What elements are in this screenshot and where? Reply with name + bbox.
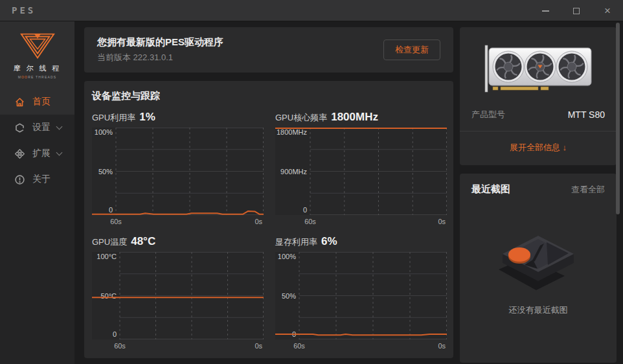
product-model-label: 产品型号 bbox=[471, 109, 505, 120]
sidebar: 摩 尔 线 程 MOORE THREADS 首页 设置 bbox=[0, 21, 74, 364]
empty-screenshots-text: 还没有最近截图 bbox=[471, 304, 605, 316]
sidebar-item-label: 首页 bbox=[32, 96, 51, 108]
chart-current-value: 1800MHz bbox=[331, 111, 378, 124]
svg-text:50%: 50% bbox=[282, 292, 296, 300]
svg-text:50°C: 50°C bbox=[100, 292, 117, 300]
gpu-core-frequency-plot: 1800MHz900MHz060s0s bbox=[275, 128, 447, 226]
gpu-temperature-plot: 100°C50°C060s0s bbox=[92, 252, 264, 350]
sidebar-item-settings[interactable]: 设置 bbox=[0, 115, 74, 141]
svg-text:0s: 0s bbox=[255, 342, 262, 350]
app-window: PES × 摩 尔 线 程 MOORE THREADS bbox=[0, 0, 623, 364]
svg-text:0s: 0s bbox=[438, 342, 446, 350]
home-icon bbox=[14, 97, 25, 108]
sidebar-item-about[interactable]: 关于 bbox=[0, 166, 74, 192]
product-model-value: MTT S80 bbox=[568, 109, 605, 120]
device-info-card: 产品型号 MTT S80 展开全部信息 ↓ bbox=[460, 27, 617, 165]
driver-update-card: 您拥有最新版的PES驱动程序 当前版本 222.31.0.1 检查更新 bbox=[84, 27, 453, 73]
chart-gpu-utilization: GPU利用率 1% 100%50%060s0s bbox=[92, 111, 264, 226]
device-monitor-title: 设备监控与跟踪 bbox=[92, 90, 447, 102]
chart-label: GPU核心频率 bbox=[275, 112, 327, 124]
chart-current-value: 1% bbox=[139, 111, 155, 124]
scrollbar-thumb[interactable] bbox=[616, 23, 620, 214]
svg-text:900MHz: 900MHz bbox=[280, 168, 307, 176]
svg-text:60s: 60s bbox=[293, 342, 305, 350]
svg-text:100°C: 100°C bbox=[96, 253, 117, 260]
svg-text:50%: 50% bbox=[98, 168, 113, 176]
chart-current-value: 6% bbox=[321, 235, 337, 248]
sidebar-item-label: 设置 bbox=[32, 122, 51, 133]
recent-screenshots-card: 最近截图 查看全部 还没有最近截图 bbox=[460, 174, 617, 363]
driver-update-text: 您拥有最新版的PES驱动程序 当前版本 222.31.0.1 bbox=[97, 36, 383, 63]
brand-logo-block: 摩 尔 线 程 MOORE THREADS bbox=[0, 21, 74, 89]
empty-screenshots-illustration bbox=[483, 214, 593, 298]
svg-text:0s: 0s bbox=[255, 218, 262, 225]
sidebar-item-label: 关于 bbox=[32, 174, 51, 185]
brand-name-en: MOORE THREADS bbox=[18, 75, 57, 79]
chart-gpu-core-frequency: GPU核心频率 1800MHz 1800MHz900MHz060s0s bbox=[275, 111, 447, 226]
minimize-button[interactable] bbox=[530, 0, 561, 21]
driver-current-version: 当前版本 222.31.0.1 bbox=[97, 52, 383, 63]
sidebar-item-home[interactable]: 首页 bbox=[0, 89, 74, 115]
view-all-link[interactable]: 查看全部 bbox=[571, 184, 605, 196]
sidebar-item-extensions[interactable]: 扩展 bbox=[0, 141, 74, 166]
brand-name-cn: 摩 尔 线 程 bbox=[13, 63, 61, 73]
window-controls: × bbox=[530, 0, 623, 21]
charts-grid: GPU利用率 1% 100%50%060s0s GPU核心频率 1800MHz … bbox=[92, 111, 447, 350]
svg-text:60s: 60s bbox=[114, 342, 126, 350]
svg-text:1800MHz: 1800MHz bbox=[277, 128, 307, 136]
svg-text:0s: 0s bbox=[438, 218, 446, 225]
minimize-icon bbox=[542, 10, 549, 12]
vram-utilization-plot: 100%50%060s0s bbox=[275, 252, 447, 350]
chart-label: 显存利用率 bbox=[275, 236, 317, 248]
hexagon-settings-icon bbox=[14, 122, 25, 133]
divider bbox=[460, 131, 617, 131]
sidebar-item-label: 扩展 bbox=[32, 148, 51, 159]
svg-text:0: 0 bbox=[109, 206, 113, 214]
product-model-row: 产品型号 MTT S80 bbox=[460, 109, 617, 120]
svg-text:100%: 100% bbox=[278, 253, 296, 260]
pes-logo: PES bbox=[12, 5, 36, 16]
chevron-down-icon bbox=[56, 149, 63, 155]
chart-label: GPU利用率 bbox=[92, 112, 135, 124]
device-monitor-card: 设备监控与跟踪 GPU利用率 1% 100%50%060s0s GPU核心频率 … bbox=[84, 81, 453, 358]
gpu-card-image bbox=[480, 38, 596, 100]
titlebar: PES × bbox=[0, 0, 623, 21]
chart-current-value: 48°C bbox=[131, 235, 155, 248]
maximize-button[interactable] bbox=[561, 0, 592, 21]
svg-text:60s: 60s bbox=[304, 218, 316, 225]
svg-text:0: 0 bbox=[113, 330, 117, 338]
chart-vram-utilization: 显存利用率 6% 100%50%060s0s bbox=[275, 235, 447, 350]
sidebar-nav: 首页 设置 bbox=[0, 89, 74, 192]
expand-all-info-link[interactable]: 展开全部信息 ↓ bbox=[460, 142, 617, 154]
close-button[interactable]: × bbox=[592, 0, 623, 21]
moore-threads-logo-icon bbox=[19, 32, 56, 60]
svg-text:60s: 60s bbox=[110, 218, 122, 225]
svg-text:0: 0 bbox=[303, 206, 307, 214]
check-update-button[interactable]: 检查更新 bbox=[383, 40, 440, 60]
chart-label: GPU温度 bbox=[92, 236, 127, 248]
svg-text:100%: 100% bbox=[95, 128, 113, 136]
recent-screenshots-title: 最近截图 bbox=[471, 183, 510, 196]
diamonds-extensions-icon bbox=[14, 148, 25, 159]
close-icon: × bbox=[604, 5, 611, 17]
chart-gpu-temperature: GPU温度 48°C 100°C50°C060s0s bbox=[92, 235, 264, 350]
driver-update-title: 您拥有最新版的PES驱动程序 bbox=[97, 36, 383, 49]
gpu-utilization-plot: 100%50%060s0s bbox=[92, 128, 264, 226]
maximize-icon bbox=[573, 8, 580, 14]
chevron-down-icon bbox=[56, 123, 63, 130]
info-icon bbox=[14, 174, 25, 185]
